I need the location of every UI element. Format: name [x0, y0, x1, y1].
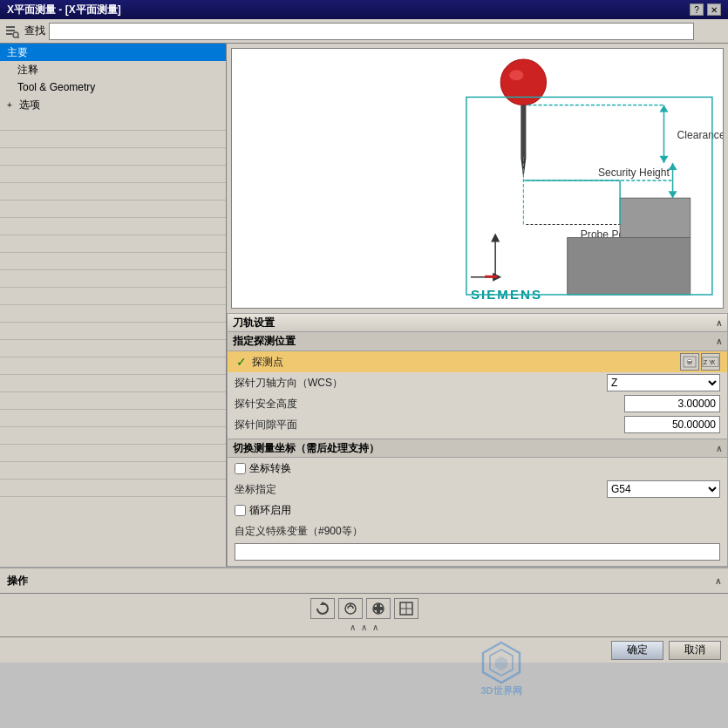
coord-transform-row: 坐标转换 — [228, 458, 727, 479]
sidebar-item-tool-geometry[interactable]: Tool & Geometry — [0, 78, 226, 96]
title-bar: X平面测量 - [X平面测量] ? ✕ — [0, 0, 728, 19]
probe-point-label: 探测点 — [252, 355, 678, 370]
probe-safe-height-label: 探针安全高度 — [235, 397, 624, 412]
svg-rect-45 — [374, 607, 383, 610]
toolbar: 查找 — [0, 19, 728, 44]
coord-collapse-icon[interactable]: ∧ — [716, 444, 722, 453]
diagram-area: Clearance Height Security Height Probe P… — [231, 48, 724, 309]
loop-enable-row: 循环启用 — [228, 500, 727, 520]
custom-var-input[interactable] — [235, 543, 720, 561]
cancel-button[interactable]: 取消 — [669, 641, 721, 660]
svg-text:X: X — [711, 359, 716, 365]
svg-rect-8 — [520, 105, 526, 157]
watermark: 3D世界网 — [480, 641, 523, 697]
coord-transform-checkbox[interactable] — [235, 463, 246, 474]
toolbar-btn-3[interactable] — [366, 598, 391, 619]
nav-arrows: ∧ ∧ ∧ — [348, 623, 380, 632]
search-icon — [3, 23, 21, 40]
coord-designate-row: 坐标指定 G54 G55 G56 G57 — [228, 479, 727, 500]
coord-subsection-header[interactable]: 切换测量坐标（需后处理支持） ∧ — [228, 439, 727, 458]
operations-label: 操作 — [7, 574, 28, 589]
probe-direction-select[interactable]: Z X Y — [607, 374, 720, 391]
svg-point-6 — [500, 59, 546, 105]
coord-transform-label[interactable]: 坐标转换 — [235, 461, 291, 476]
svg-point-35 — [687, 359, 692, 364]
tool-settings-collapse-icon[interactable]: ∧ — [716, 318, 722, 328]
probe-point-row: ✓ 探测点 Z Y X — [228, 351, 727, 372]
probe-safe-height-row: 探针安全高度 3.00000 — [228, 393, 727, 414]
expand-icon: + — [7, 100, 17, 110]
loop-enable-checkbox[interactable] — [235, 505, 246, 516]
probe-subsection-title: 指定探测位置 — [233, 334, 296, 349]
svg-rect-28 — [485, 276, 497, 278]
tool-settings-header[interactable]: 刀轨设置 ∧ — [227, 313, 728, 332]
diagram-svg: Clearance Height Security Height Probe P… — [232, 49, 723, 308]
main-layout: 主要 注释 Tool & Geometry + 选项 — [0, 44, 728, 567]
toolbar-btn-4[interactable] — [394, 598, 418, 619]
watermark-text: 3D世界网 — [480, 684, 521, 697]
sidebar-item-comment-label: 注释 — [17, 63, 38, 78]
sidebar-item-main[interactable]: 主要 — [0, 44, 226, 61]
probe-icon-2[interactable]: Z Y X — [701, 353, 720, 371]
bottom-toolbar: ∧ ∧ ∧ — [0, 593, 728, 636]
nav-arrow-3[interactable]: ∧ — [371, 623, 380, 632]
sidebar-item-tool-geometry-label: Tool & Geometry — [17, 81, 95, 93]
svg-rect-0 — [6, 26, 15, 28]
probe-point-icons: Z Y X — [678, 353, 720, 371]
toolbar-icons — [310, 598, 418, 619]
footer: 3D世界网 确定 取消 — [0, 636, 728, 663]
probe-direction-label: 探针刀轴方向（WCS） — [235, 376, 607, 391]
search-label: 查找 — [24, 24, 45, 38]
probe-section: 指定探测位置 ∧ ✓ 探测点 — [227, 332, 728, 567]
probe-safe-height-input[interactable]: 3.00000 — [624, 395, 720, 412]
probe-clearance-input[interactable]: 50.00000 — [624, 416, 720, 433]
probe-direction-row: 探针刀轴方向（WCS） Z X Y — [228, 372, 727, 393]
watermark-hex-icon — [480, 641, 523, 684]
probe-clearance-label: 探针间隙平面 — [235, 418, 624, 432]
svg-rect-2 — [6, 33, 12, 35]
search-input[interactable] — [49, 23, 694, 40]
loop-enable-label[interactable]: 循环启用 — [235, 503, 291, 518]
sidebar-item-main-label: 主要 — [7, 45, 28, 60]
close-button[interactable]: ✕ — [707, 3, 721, 16]
probe-subsection-collapse[interactable]: ∧ — [716, 337, 722, 346]
left-panel: 主要 注释 Tool & Geometry + 选项 — [0, 44, 227, 567]
nav-arrow-2[interactable]: ∧ — [359, 623, 369, 632]
probe-subsection-header[interactable]: 指定探测位置 ∧ — [228, 332, 727, 351]
custom-var-row: 自定义特殊变量（#900等） — [228, 520, 727, 541]
operations-bar: 操作 ∧ — [0, 567, 728, 593]
tool-settings-title: 刀轨设置 — [233, 316, 275, 330]
toolbar-btn-refresh[interactable] — [310, 598, 335, 619]
confirm-button[interactable]: 确定 — [611, 641, 663, 660]
probe-clearance-row: 探针间隙平面 50.00000 — [228, 414, 727, 435]
svg-line-4 — [17, 37, 19, 38]
nav-arrow-1[interactable]: ∧ — [348, 623, 357, 632]
sidebar-item-options-label: 选项 — [19, 98, 40, 112]
svg-rect-1 — [6, 30, 15, 31]
right-panel: Clearance Height Security Height Probe P… — [227, 44, 728, 567]
coord-subsection-title: 切换测量坐标（需后处理支持） — [233, 441, 379, 456]
operations-collapse-icon[interactable]: ∧ — [715, 576, 721, 586]
help-button[interactable]: ? — [690, 3, 704, 16]
custom-var-label: 自定义特殊变量（#900等） — [235, 524, 720, 539]
coord-designate-select[interactable]: G54 G55 G56 G57 — [607, 480, 720, 498]
probe-icon-1[interactable] — [680, 353, 699, 371]
svg-rect-22 — [620, 198, 691, 237]
probe-point-status: ✓ — [235, 355, 248, 369]
svg-text:Security Height: Security Height — [598, 167, 670, 179]
coord-designate-label: 坐标指定 — [235, 482, 607, 497]
svg-rect-36 — [688, 360, 691, 361]
svg-point-7 — [509, 70, 523, 80]
svg-text:Clearance Height: Clearance Height — [677, 129, 723, 141]
title-bar-buttons: ? ✕ — [690, 3, 721, 16]
sidebar-empty-rows — [0, 113, 226, 567]
svg-rect-21 — [568, 238, 691, 295]
sidebar-item-comment[interactable]: 注释 — [0, 61, 226, 78]
svg-marker-51 — [495, 657, 507, 670]
sidebar-item-options[interactable]: + 选项 — [0, 96, 226, 113]
toolbar-btn-2[interactable] — [338, 598, 363, 619]
window-title: X平面测量 - [X平面测量] — [7, 3, 121, 17]
